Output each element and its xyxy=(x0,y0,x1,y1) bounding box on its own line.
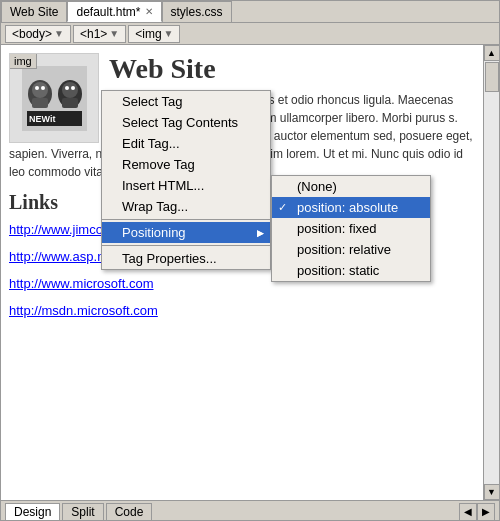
main-area: img xyxy=(1,45,499,500)
breadcrumb-h1[interactable]: <h1> ▼ xyxy=(73,25,126,43)
menu-separator-1 xyxy=(102,219,270,220)
svg-point-3 xyxy=(35,86,39,90)
tab-default-htm[interactable]: default.htm* ✕ xyxy=(67,1,161,22)
svg-rect-10 xyxy=(62,98,78,108)
menu-item-select-tag-contents[interactable]: Select Tag Contents xyxy=(102,112,270,133)
context-menu: Select Tag Select Tag Contents Edit Tag.… xyxy=(101,90,271,270)
vertical-scrollbar[interactable]: ▲ ▼ xyxy=(483,45,499,500)
status-tab-code[interactable]: Code xyxy=(106,503,153,521)
svg-point-4 xyxy=(41,86,45,90)
svg-point-8 xyxy=(65,86,69,90)
logo-image: NEWit xyxy=(22,66,87,131)
submenu-arrow-icon: ▶ xyxy=(257,228,264,238)
img-tag-label: img xyxy=(10,54,37,69)
submenu-item-static[interactable]: position: static xyxy=(272,260,430,281)
submenu-item-absolute[interactable]: ✓ position: absolute xyxy=(272,197,430,218)
menu-item-insert-html[interactable]: Insert HTML... xyxy=(102,175,270,196)
menu-separator-2 xyxy=(102,245,270,246)
svg-point-2 xyxy=(32,82,48,98)
menu-item-select-tag[interactable]: Select Tag xyxy=(102,91,270,112)
menu-item-remove-tag[interactable]: Remove Tag xyxy=(102,154,270,175)
tab-close-icon[interactable]: ✕ xyxy=(145,6,153,17)
menu-item-wrap-tag[interactable]: Wrap Tag... xyxy=(102,196,270,217)
breadcrumb-img[interactable]: <img ▼ xyxy=(128,25,180,43)
submenu-item-fixed[interactable]: position: fixed xyxy=(272,218,430,239)
breadcrumb-body[interactable]: <body> ▼ xyxy=(5,25,71,43)
check-icon: ✓ xyxy=(278,201,287,214)
status-bar: Design Split Code ◀ ▶ xyxy=(1,500,499,521)
image-element[interactable]: img xyxy=(9,53,99,143)
status-tab-split[interactable]: Split xyxy=(62,503,103,521)
title-bar: Web Site default.htm* ✕ styles.css xyxy=(1,1,499,23)
nav-right-button[interactable]: ▶ xyxy=(477,503,495,521)
menu-item-tag-properties[interactable]: Tag Properties... xyxy=(102,248,270,269)
positioning-submenu: (None) ✓ position: absolute position: fi… xyxy=(271,175,431,282)
breadcrumb-arrow-icon: ▼ xyxy=(54,28,64,39)
submenu-item-relative[interactable]: position: relative xyxy=(272,239,430,260)
tab-styles-css[interactable]: styles.css xyxy=(162,1,232,22)
scroll-down-button[interactable]: ▼ xyxy=(484,484,500,500)
breadcrumb-bar: <body> ▼ <h1> ▼ <img ▼ xyxy=(1,23,499,45)
status-tab-design[interactable]: Design xyxy=(5,503,60,521)
svg-point-9 xyxy=(71,86,75,90)
svg-text:NEWit: NEWit xyxy=(29,114,55,124)
scroll-track xyxy=(484,61,500,484)
svg-point-7 xyxy=(62,82,78,98)
menu-item-edit-tag[interactable]: Edit Tag... xyxy=(102,133,270,154)
breadcrumb-arrow-icon: ▼ xyxy=(164,28,174,39)
breadcrumb-arrow-icon: ▼ xyxy=(109,28,119,39)
menu-item-positioning[interactable]: Positioning ▶ xyxy=(102,222,270,243)
link-msdn[interactable]: http://msdn.microsoft.com xyxy=(9,303,475,318)
scroll-up-button[interactable]: ▲ xyxy=(484,45,500,61)
scroll-thumb[interactable] xyxy=(485,62,499,92)
svg-rect-5 xyxy=(32,98,48,108)
tab-website[interactable]: Web Site xyxy=(1,1,67,22)
status-nav: ◀ ▶ xyxy=(459,503,495,521)
submenu-item-none[interactable]: (None) xyxy=(272,176,430,197)
nav-left-button[interactable]: ◀ xyxy=(459,503,477,521)
